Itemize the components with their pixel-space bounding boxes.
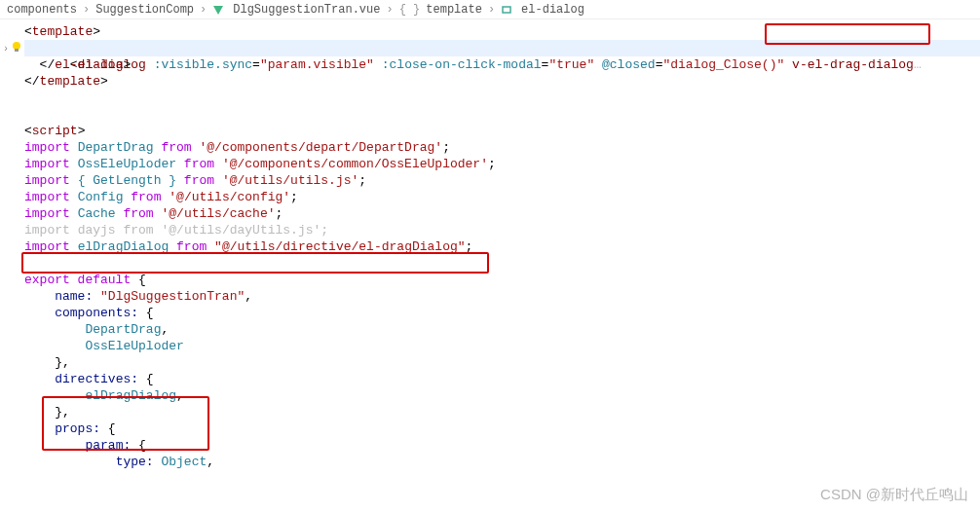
breadcrumb-item[interactable]: DlgSuggestionTran.vue [233, 3, 380, 17]
braces-icon: { } [399, 3, 421, 17]
highlighted-line[interactable]: › <el-dialog :visible.sync="param.visibl… [24, 40, 980, 56]
breadcrumb-sep: › [386, 3, 393, 17]
svg-marker-0 [213, 6, 223, 15]
vue-file-icon [212, 4, 227, 16]
breadcrumb-item[interactable]: components [7, 3, 77, 17]
breadcrumb-sep: › [83, 3, 90, 17]
chevron-right-icon[interactable]: › [3, 41, 9, 57]
gutter-icons[interactable]: › [3, 41, 22, 57]
breadcrumb-item[interactable]: el-dialog [521, 3, 584, 17]
svg-rect-3 [15, 49, 19, 52]
breadcrumb-sep: › [488, 3, 495, 17]
svg-point-2 [13, 42, 20, 50]
breadcrumb-item[interactable]: SuggestionComp [95, 3, 194, 17]
element-icon [501, 4, 515, 16]
code-editor[interactable]: <template> › <el-dialog :visible.sync="p… [0, 19, 980, 470]
breadcrumb-sep: › [200, 3, 207, 17]
svg-rect-1 [503, 7, 510, 13]
lightbulb-icon[interactable] [11, 41, 22, 53]
breadcrumb-item[interactable]: template [426, 3, 482, 17]
watermark: CSDN @新时代丘鸣山 [820, 486, 968, 504]
breadcrumb: components › SuggestionComp › DlgSuggest… [0, 0, 980, 19]
